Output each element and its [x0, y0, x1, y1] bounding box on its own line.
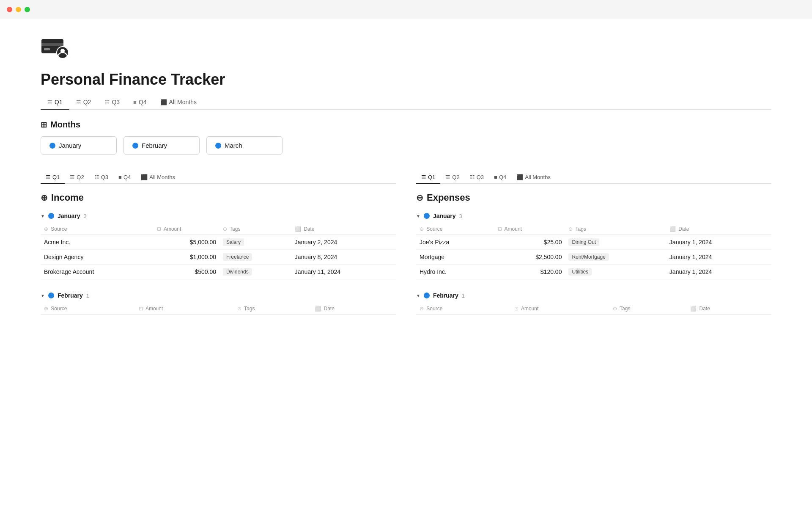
exp-row2-amount: $2,500.00	[494, 250, 565, 265]
tab-q3[interactable]: ☷ Q3	[98, 95, 126, 110]
income-tab-q4[interactable]: ■ Q4	[113, 171, 136, 184]
income-col-date: ⬜ Date	[291, 224, 396, 235]
expenses-tab-q4-icon: ■	[494, 174, 497, 180]
expenses-col-date: ⬜ Date	[666, 224, 771, 235]
maximize-button[interactable]	[25, 7, 30, 12]
tab-all-months[interactable]: ⬛ All Months	[154, 95, 203, 110]
date-th-icon: ⬜	[295, 226, 301, 232]
income-tab-q1-icon: ☰	[46, 174, 51, 180]
exp-amount-th-icon: ⊡	[498, 226, 502, 232]
titlebar	[0, 0, 812, 19]
feb-tags-th-icon: ⊙	[237, 306, 241, 312]
expenses-tab-q2-icon: ☰	[445, 174, 450, 180]
income-row3-amount: $500.00	[154, 265, 219, 279]
expenses-tab-q3-icon: ☷	[470, 174, 475, 180]
exp-row1-tags: Dining Out	[565, 235, 666, 250]
expenses-feb-col-source: ⊖ Source	[416, 303, 511, 315]
income-col-tags: ⊙ Tags	[219, 224, 291, 235]
main-content: Personal Finance Tracker ☰ Q1 ☰ Q2 ☷ Q3 …	[0, 19, 812, 342]
tab-q1[interactable]: ☰ Q1	[41, 95, 69, 110]
month-card-february[interactable]: February	[123, 136, 200, 155]
income-title: ⊕ Income	[41, 192, 396, 203]
exp-row2-date: January 1, 2024	[666, 250, 771, 265]
income-row2-date: January 8, 2024	[291, 250, 396, 265]
expenses-group-january[interactable]: ▼ January 3	[416, 210, 771, 222]
expenses-january-triangle: ▼	[416, 214, 420, 218]
expenses-feb-col-amount: ⊡ Amount	[511, 303, 609, 315]
exp-row2-source: Mortgage	[416, 250, 494, 265]
feb-source-th-icon: ⊕	[44, 306, 48, 312]
income-row2-amount: $1,000.00	[154, 250, 219, 265]
income-january-triangle: ▼	[41, 214, 45, 218]
month-cards: January February March	[41, 136, 771, 155]
income-tab-q1[interactable]: ☰ Q1	[41, 171, 65, 184]
expenses-col-tags: ⊙ Tags	[565, 224, 666, 235]
expenses-tab-all-months-icon: ⬛	[516, 174, 523, 180]
tab-q4[interactable]: ■ Q4	[126, 95, 154, 110]
income-tab-q2-icon: ☰	[70, 174, 75, 180]
month-card-january[interactable]: January	[41, 136, 117, 155]
income-feb-col-date: ⬜ Date	[311, 303, 396, 315]
tab-q1-icon: ☰	[47, 99, 52, 105]
income-feb-col-source: ⊕ Source	[41, 303, 135, 315]
table-row: Joe's Pizza $25.00 Dining Out January 1,…	[416, 235, 771, 250]
exp-row1-amount: $25.00	[494, 235, 565, 250]
exp-feb-tags-th-icon: ⊙	[613, 306, 617, 312]
expenses-column: ☰ Q1 ☰ Q2 ☷ Q3 ■ Q4 ⬛ All Months	[416, 171, 771, 325]
expenses-tab-all-months[interactable]: ⬛ All Months	[511, 171, 556, 184]
income-row3-source: Brokerage Account	[41, 265, 154, 279]
tab-q4-icon: ■	[133, 99, 137, 105]
income-tab-q3[interactable]: ☷ Q3	[89, 171, 113, 184]
exp-date-th-icon: ⬜	[669, 226, 676, 232]
exp-row3-source: Hydro Inc.	[416, 265, 494, 279]
page-title: Personal Finance Tracker	[41, 71, 771, 88]
exp-tags-th-icon: ⊙	[568, 226, 573, 232]
table-row: Mortgage $2,500.00 Rent/Mortgage January…	[416, 250, 771, 265]
months-heading: ⊞ Months	[41, 120, 771, 130]
income-tab-q2[interactable]: ☰ Q2	[65, 171, 89, 184]
expenses-feb-col-date: ⬜ Date	[687, 303, 771, 315]
expenses-title: ⊖ Expenses	[416, 192, 771, 203]
income-col-source: ⊕ Source	[41, 224, 154, 235]
income-feb-col-tags: ⊙ Tags	[234, 303, 311, 315]
expenses-tab-q2[interactable]: ☰ Q2	[440, 171, 464, 184]
close-button[interactable]	[7, 7, 12, 12]
income-arrow-icon: ⊕	[41, 193, 48, 203]
expenses-feb-col-tags: ⊙ Tags	[609, 303, 687, 315]
income-row1-date: January 2, 2024	[291, 235, 396, 250]
expenses-group-february[interactable]: ▼ February 1	[416, 290, 771, 301]
svg-rect-2	[44, 48, 50, 50]
tab-q2-icon: ☰	[76, 99, 81, 105]
tab-q3-icon: ☷	[104, 99, 110, 105]
income-february-dot	[48, 293, 54, 298]
month-dot-march	[215, 143, 221, 149]
exp-row3-date: January 1, 2024	[666, 265, 771, 279]
income-group-february[interactable]: ▼ February 1	[41, 290, 396, 301]
expenses-tab-q1[interactable]: ☰ Q1	[416, 171, 440, 184]
income-row1-amount: $5,000.00	[154, 235, 219, 250]
exp-feb-amount-th-icon: ⊡	[514, 306, 518, 312]
minimize-button[interactable]	[16, 7, 21, 12]
income-col-amount: ⊡ Amount	[154, 224, 219, 235]
exp-feb-source-th-icon: ⊖	[420, 306, 424, 312]
month-card-march[interactable]: March	[206, 136, 283, 155]
income-tab-q4-icon: ■	[118, 174, 122, 180]
expenses-february-triangle: ▼	[416, 293, 420, 298]
expenses-tab-q4[interactable]: ■ Q4	[489, 171, 511, 184]
month-dot-february	[132, 143, 138, 149]
expenses-tab-bar: ☰ Q1 ☰ Q2 ☷ Q3 ■ Q4 ⬛ All Months	[416, 171, 771, 184]
income-row3-tags: Dividends	[219, 265, 291, 279]
months-heading-icon: ⊞	[41, 120, 47, 130]
income-january-table: ⊕ Source ⊡ Amount ⊙ Tags ⬜	[41, 224, 396, 279]
income-tab-all-months-icon: ⬛	[141, 174, 148, 180]
logo-area	[41, 36, 771, 61]
income-tab-all-months[interactable]: ⬛ All Months	[136, 171, 180, 184]
expenses-tab-q3[interactable]: ☷ Q3	[465, 171, 489, 184]
table-row: Brokerage Account $500.00 Dividends Janu…	[41, 265, 396, 279]
table-row: Acme Inc. $5,000.00 Salary January 2, 20…	[41, 235, 396, 250]
top-tab-bar: ☰ Q1 ☰ Q2 ☷ Q3 ■ Q4 ⬛ All Months	[41, 95, 771, 110]
income-group-january[interactable]: ▼ January 3	[41, 210, 396, 222]
expenses-minus-icon: ⊖	[416, 193, 423, 203]
tab-q2[interactable]: ☰ Q2	[69, 95, 98, 110]
feb-amount-th-icon: ⊡	[139, 306, 143, 312]
